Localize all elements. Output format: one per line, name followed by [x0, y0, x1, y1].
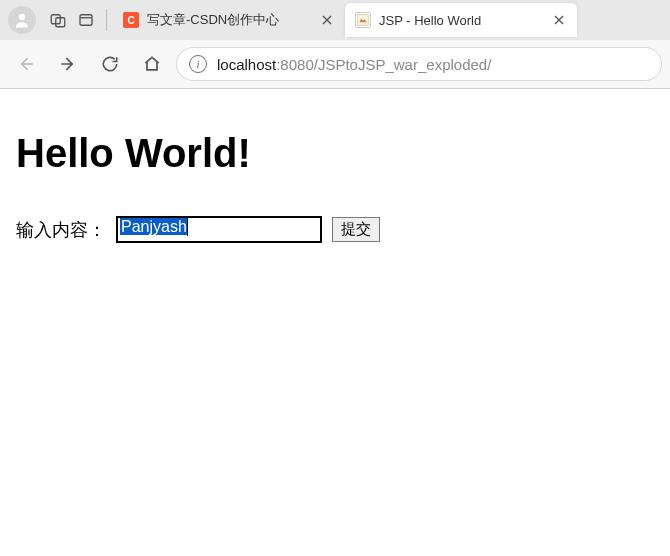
jsp-favicon-icon: [357, 14, 369, 26]
toolbar: i localhost:8080/JSPtoJSP_war_exploded/: [0, 40, 670, 88]
svg-rect-4: [358, 15, 369, 26]
input-selected-text: Panjyash: [120, 218, 188, 235]
home-button[interactable]: [134, 46, 170, 82]
arrow-right-icon: [58, 54, 78, 74]
submit-button[interactable]: 提交: [332, 217, 380, 242]
tab-title: 写文章-CSDN创作中心: [147, 11, 311, 29]
reload-button[interactable]: [92, 46, 128, 82]
tab-title: JSP - Hello World: [379, 13, 543, 28]
tab-csdn[interactable]: C 写文章-CSDN创作中心: [113, 3, 345, 37]
svg-point-0: [19, 14, 25, 20]
close-icon: [554, 15, 564, 25]
tab-close-button[interactable]: [551, 12, 567, 28]
browser-chrome: C 写文章-CSDN创作中心 JSP - Hello World: [0, 0, 670, 89]
address-bar[interactable]: i localhost:8080/JSPtoJSP_war_exploded/: [176, 47, 662, 81]
input-form: 输入内容： Panjyash 提交: [16, 216, 654, 243]
site-info-icon[interactable]: i: [189, 55, 207, 73]
favicon-jsp: [355, 12, 371, 28]
url-text: localhost:8080/JSPtoJSP_war_exploded/: [217, 56, 491, 73]
input-label: 输入内容：: [16, 218, 106, 242]
tab-close-button[interactable]: [319, 12, 335, 28]
close-icon: [322, 15, 332, 25]
tab-jsp[interactable]: JSP - Hello World: [345, 3, 577, 37]
person-icon: [13, 11, 31, 29]
profile-button[interactable]: [8, 6, 36, 34]
page-content: Hello World! 输入内容： Panjyash 提交: [0, 89, 670, 265]
reload-icon: [100, 54, 120, 74]
url-host: localhost: [217, 56, 276, 73]
workspaces-icon: [49, 11, 67, 29]
forward-button[interactable]: [50, 46, 86, 82]
tab-actions-button[interactable]: [72, 0, 100, 40]
svg-rect-3: [80, 15, 92, 26]
favicon-csdn: C: [123, 12, 139, 28]
arrow-left-icon: [16, 54, 36, 74]
page-heading: Hello World!: [16, 131, 654, 176]
tab-strip: C 写文章-CSDN创作中心 JSP - Hello World: [0, 0, 670, 40]
content-input[interactable]: Panjyash: [116, 216, 322, 243]
divider: [106, 9, 107, 31]
url-port: :8080: [276, 56, 314, 73]
workspaces-button[interactable]: [44, 0, 72, 40]
back-button[interactable]: [8, 46, 44, 82]
text-caret: [187, 218, 188, 236]
url-path: /JSPtoJSP_war_exploded/: [314, 56, 492, 73]
tab-actions-icon: [77, 11, 95, 29]
home-icon: [142, 54, 162, 74]
